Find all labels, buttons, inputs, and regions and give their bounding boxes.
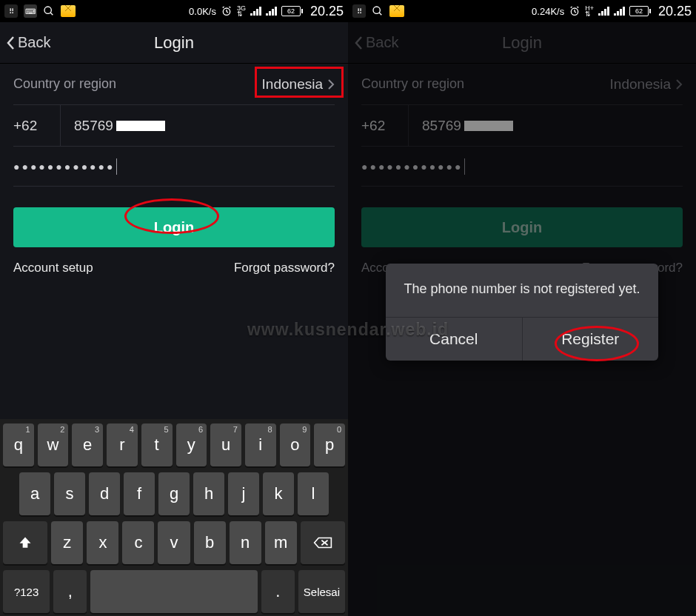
key-v[interactable]: v xyxy=(158,521,190,564)
key-symbols[interactable]: ?123 xyxy=(3,570,50,613)
dialog-message: The phone number is not registered yet. xyxy=(386,264,658,317)
key-s[interactable]: s xyxy=(54,472,85,515)
key-period[interactable]: . xyxy=(261,570,295,613)
key-h[interactable]: h xyxy=(193,472,224,515)
login-button[interactable]: Login xyxy=(13,207,335,247)
key-t[interactable]: t5 xyxy=(141,424,173,466)
signal-icon xyxy=(598,7,609,16)
signal-icon xyxy=(250,7,261,16)
key-space[interactable] xyxy=(90,570,258,613)
account-setup-link[interactable]: Account setup xyxy=(13,261,93,275)
battery-icon: 62 xyxy=(629,6,651,16)
key-backspace[interactable] xyxy=(301,521,345,564)
svg-line-14 xyxy=(571,7,572,7)
navbar: Back Login xyxy=(0,22,348,64)
key-b[interactable]: b xyxy=(194,521,226,564)
key-p[interactable]: p0 xyxy=(314,424,345,466)
country-value: Indonesia xyxy=(262,76,323,93)
svg-line-10 xyxy=(379,13,381,15)
page-title: Login xyxy=(154,33,194,53)
key-f[interactable]: f xyxy=(124,472,155,515)
key-l[interactable]: l xyxy=(298,472,329,515)
country-selector[interactable]: Country or region Indonesia xyxy=(13,64,335,105)
country-label: Country or region xyxy=(13,76,116,92)
dialog-cancel-button[interactable]: Cancel xyxy=(386,318,523,361)
password-input[interactable]: ●●●●●●●●●●●● xyxy=(13,147,335,187)
phone-number-value: 85769 xyxy=(74,118,113,134)
status-bar: ⠿ 0.24K/s H+⇅ 62 20.25 xyxy=(348,0,696,22)
alarm-icon xyxy=(569,5,580,17)
key-u[interactable]: u7 xyxy=(210,424,241,466)
svg-line-15 xyxy=(578,7,579,7)
key-e[interactable]: e3 xyxy=(72,424,103,466)
key-z[interactable]: z xyxy=(51,521,83,564)
mail-icon xyxy=(389,5,404,17)
search-icon xyxy=(372,5,384,17)
status-bar: ⠿ ⌨ 0.0K/s 3G⇅ 62 20.25 xyxy=(0,0,348,22)
network-type-icon: 3G⇅ xyxy=(237,5,246,17)
mail-icon xyxy=(61,5,76,17)
forgot-password-link[interactable]: Forgot password? xyxy=(234,261,335,275)
search-icon xyxy=(43,5,55,17)
password-mask: ●●●●●●●●●●●● xyxy=(13,161,115,173)
register-dialog: The phone number is not registered yet. … xyxy=(386,264,658,361)
key-j[interactable]: j xyxy=(228,472,259,515)
phone-input-row[interactable]: +62 85769 xyxy=(13,105,335,147)
svg-line-6 xyxy=(229,7,230,7)
svg-line-5 xyxy=(223,7,224,7)
chevron-right-icon xyxy=(327,78,335,90)
screen-right: ⠿ 0.24K/s H+⇅ 62 20.25 Back Login Countr… xyxy=(348,0,696,616)
key-d[interactable]: d xyxy=(89,472,120,515)
text-caret xyxy=(116,158,117,175)
key-q[interactable]: q1 xyxy=(3,424,34,466)
back-label: Back xyxy=(18,34,50,51)
keyboard-indicator-icon: ⌨ xyxy=(24,4,37,18)
screen-left: ⠿ ⌨ 0.0K/s 3G⇅ 62 20.25 Back Login Count… xyxy=(0,0,348,616)
key-g[interactable]: g xyxy=(158,472,190,515)
clock: 20.25 xyxy=(310,4,344,19)
signal-icon-2 xyxy=(614,7,625,16)
svg-point-9 xyxy=(373,7,380,13)
key-comma[interactable]: , xyxy=(53,570,87,613)
key-shift[interactable] xyxy=(3,521,47,564)
key-o[interactable]: o9 xyxy=(280,424,311,466)
svg-line-13 xyxy=(575,12,576,13)
key-a[interactable]: a xyxy=(19,472,50,515)
svg-point-0 xyxy=(44,7,51,13)
dialog-register-button[interactable]: Register xyxy=(523,318,659,361)
battery-icon: 62 xyxy=(281,6,303,16)
key-r[interactable]: r4 xyxy=(107,424,138,466)
key-m[interactable]: m xyxy=(265,521,297,564)
key-done[interactable]: Selesai xyxy=(298,570,345,613)
key-y[interactable]: y6 xyxy=(176,424,207,466)
bbm-icon: ⠿ xyxy=(4,4,18,18)
soft-keyboard: q1 w2 e3 r4 t5 y6 u7 i8 o9 p0 a s d f g … xyxy=(0,419,348,616)
network-speed: 0.24K/s xyxy=(532,6,564,17)
svg-line-4 xyxy=(227,12,228,13)
key-k[interactable]: k xyxy=(263,472,294,515)
signal-icon-2 xyxy=(266,7,277,16)
network-speed: 0.0K/s xyxy=(189,6,216,17)
phone-redacted xyxy=(116,121,165,131)
key-c[interactable]: c xyxy=(122,521,154,564)
key-w[interactable]: w2 xyxy=(38,424,69,466)
clock: 20.25 xyxy=(658,4,692,19)
bbm-icon: ⠿ xyxy=(352,4,366,18)
key-n[interactable]: n xyxy=(230,521,261,564)
dial-code: +62 xyxy=(13,105,61,146)
key-x[interactable]: x xyxy=(87,521,118,564)
alarm-icon xyxy=(221,5,232,17)
key-i[interactable]: i8 xyxy=(245,424,276,466)
back-button[interactable]: Back xyxy=(6,34,50,51)
network-type-icon: H+⇅ xyxy=(585,5,594,17)
svg-line-1 xyxy=(50,13,53,15)
